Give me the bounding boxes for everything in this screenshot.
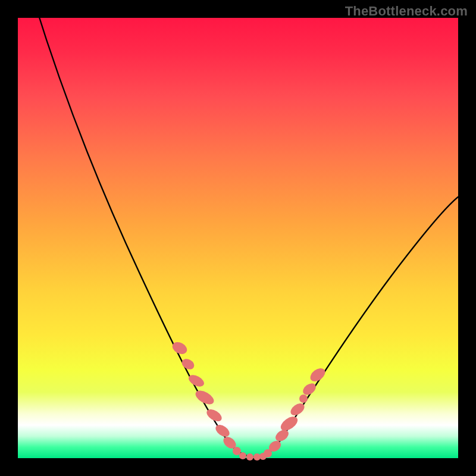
- chart-frame: TheBottleneck.com: [0, 0, 476, 476]
- svg-point-19: [259, 453, 267, 460]
- curve-path: [35, 2, 461, 457]
- svg-point-5: [214, 422, 231, 439]
- bottleneck-curve: [18, 18, 458, 458]
- svg-point-17: [246, 453, 253, 461]
- svg-point-16: [239, 452, 246, 459]
- plot-area: [18, 18, 458, 458]
- svg-point-1: [180, 357, 196, 371]
- right-marker-cluster: [264, 365, 328, 458]
- watermark-text: TheBottleneck.com: [345, 4, 468, 19]
- svg-point-13: [299, 394, 308, 403]
- floor-marker-cluster: [239, 452, 267, 461]
- left-marker-cluster: [170, 340, 241, 455]
